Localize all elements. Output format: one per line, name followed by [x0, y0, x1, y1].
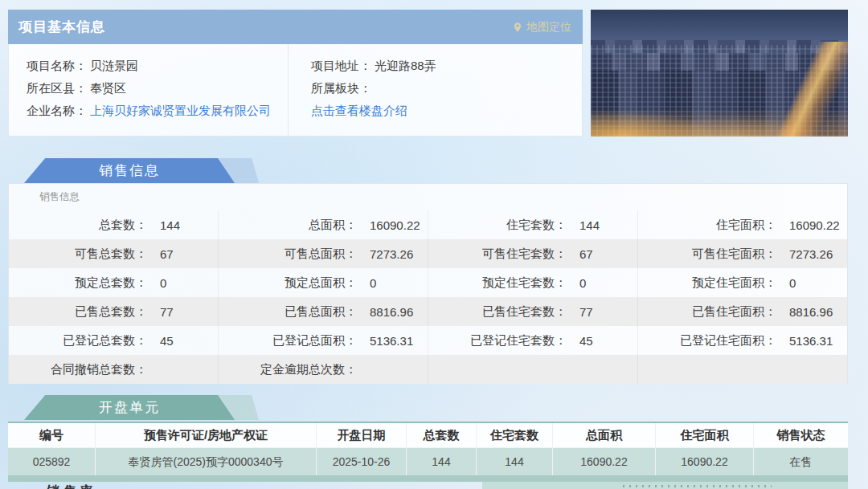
col-header-date: 开盘日期 [316, 423, 406, 447]
sales-field: 定金逾期总次数： [218, 355, 428, 384]
cell-resarea: 16090.22 [655, 448, 753, 475]
opening-tab-label: 开盘单元 [99, 398, 160, 417]
sales-field: 可售总套数：67 [9, 239, 218, 268]
project-photo [591, 10, 848, 137]
sales-info-tab[interactable]: 销售信息 [24, 158, 259, 183]
project-name-value: 贝涟景园 [90, 59, 138, 74]
sales-field: 可售住宅套数：67 [428, 239, 637, 268]
sales-row-totals: 总套数：144 总面积：16090.22 住宅套数：144 住宅面积：16090… [9, 210, 847, 239]
sales-field: 已登记住宅套数：45 [428, 326, 637, 355]
company-label: 企业名称： [27, 104, 87, 119]
sales-field: 住宅套数：144 [428, 210, 637, 239]
sales-row-registered: 已登记总套数：45 已登记总面积：5136.31 已登记住宅套数：45 已登记住… [9, 326, 847, 355]
status-badge: 在售 [753, 448, 848, 475]
company-row: 企业名称： 上海贝好家诚贤置业发展有限公司 [27, 100, 288, 122]
sales-field [637, 355, 847, 384]
sales-field: 预定住宅面积：0 [637, 268, 847, 297]
block-row: 所属板块： [311, 77, 582, 100]
cell-date: 2025-10-26 [316, 448, 406, 475]
sales-tab-face: 销售信息 [24, 158, 235, 183]
sales-field: 预定总面积：0 [218, 268, 428, 297]
project-info-left-column: 项目名称： 贝涟景园 所在区县： 奉贤区 企业名称： 上海贝好家诚贤置业发展有限… [9, 44, 289, 136]
sales-info-panel: 销售信息 总套数：144 总面积：16090.22 住宅套数：144 住宅面积：… [8, 183, 848, 384]
sales-field: 已登记总面积：5136.31 [218, 326, 428, 355]
sales-field: 总面积：16090.22 [218, 210, 428, 239]
sales-field: 预定总套数：0 [9, 268, 218, 297]
sales-field: 已售总面积：8816.96 [218, 297, 428, 326]
view-intro-link[interactable]: 点击查看楼盘介绍 [311, 104, 407, 119]
cell-area: 16090.22 [552, 448, 655, 475]
sales-field: 已售住宅套数：77 [428, 297, 637, 326]
project-info-right-column: 项目地址： 光迎路88弄 所属板块： 点击查看楼盘介绍 [289, 44, 582, 136]
sales-row-cancelled: 合同撤销总套数： 定金逾期总次数： [9, 355, 847, 384]
sales-row-reserved: 预定总套数：0 预定总面积：0 预定住宅套数：0 预定住宅面积：0 [9, 268, 847, 297]
col-header-license: 预售许可证/房地产权证 [95, 423, 316, 447]
address-value: 光迎路88弄 [375, 59, 436, 74]
col-header-resunits: 住宅套数 [476, 423, 552, 447]
sales-row-available: 可售总套数：67 可售总面积：7273.26 可售住宅套数：67 可售住宅面积：… [9, 239, 847, 268]
map-locate-link[interactable]: 地图定位 [512, 20, 583, 35]
opening-units-table: 编号 预售许可证/房地产权证 开盘日期 总套数 住宅套数 总面积 住宅面积 销售… [8, 422, 848, 475]
sales-field: 总套数：144 [9, 210, 218, 239]
sales-field: 已售住宅面积：8816.96 [637, 297, 847, 326]
photo-street-glow [591, 96, 848, 137]
col-header-number: 编号 [8, 428, 95, 443]
intro-row: 点击查看楼盘介绍 [311, 100, 582, 122]
page: 项目基本信息 地图定位 项目名称： 贝涟景园 所在区县： 奉贤区 企业名称： 上… [0, 0, 868, 489]
sales-tab-label: 销售信息 [99, 161, 160, 180]
address-row: 项目地址： 光迎路88弄 [311, 55, 582, 77]
col-header-units: 总套数 [406, 423, 476, 447]
opening-table-row[interactable]: 025892 奉贤房管(2025)预字0000340号 2025-10-26 1… [8, 447, 848, 475]
company-link[interactable]: 上海贝好家诚贤置业发展有限公司 [90, 104, 271, 119]
sales-field: 已登记住宅面积：5136.31 [637, 326, 847, 355]
sales-field [428, 355, 637, 384]
district-label: 所在区县： [27, 81, 87, 96]
district-value: 奉贤区 [90, 81, 126, 96]
project-info-body: 项目名称： 贝涟景园 所在区县： 奉贤区 企业名称： 上海贝好家诚贤置业发展有限… [8, 44, 583, 137]
cell-license: 奉贤房管(2025)预字0000340号 [95, 448, 316, 475]
sales-field: 已登记总套数：45 [9, 326, 218, 355]
map-locate-label: 地图定位 [526, 20, 571, 35]
sales-field: 可售住宅面积：7273.26 [637, 239, 847, 268]
opening-table-footer-note [482, 482, 848, 489]
project-name-row: 项目名称： 贝涟景园 [27, 55, 288, 77]
cell-resunits: 144 [476, 448, 552, 475]
sales-field: 住宅面积：16090.22 [637, 210, 847, 239]
project-info-title: 项目基本信息 [8, 18, 105, 36]
cell-number: 025892 [8, 455, 95, 468]
address-label: 项目地址： [311, 59, 371, 74]
col-header-status: 销售状态 [753, 423, 848, 447]
sales-field: 可售总面积：7273.26 [218, 239, 428, 268]
sales-field: 预定住宅套数：0 [428, 268, 637, 297]
opening-table-header: 编号 预售许可证/房地产权证 开盘日期 总套数 住宅套数 总面积 住宅面积 销售… [8, 423, 848, 447]
block-label: 所属板块： [311, 81, 371, 96]
sales-field: 已售总套数：77 [9, 297, 218, 326]
opening-tab-face: 开盘单元 [24, 395, 235, 420]
col-header-area: 总面积 [552, 423, 655, 447]
sales-field: 合同撤销总套数： [9, 355, 218, 384]
project-info-panel: 项目基本信息 地图定位 项目名称： 贝涟景园 所在区县： 奉贤区 企业名称： 上… [8, 10, 583, 137]
sales-panel-sublabel: 销售信息 [9, 184, 847, 210]
sales-row-sold: 已售总套数：77 已售总面积：8816.96 已售住宅套数：77 已售住宅面积：… [9, 297, 847, 326]
footer-faint-text [623, 485, 772, 487]
cell-units: 144 [406, 448, 476, 475]
next-section-title-clipped: 销售率 [47, 483, 97, 489]
district-row: 所在区县： 奉贤区 [27, 77, 288, 100]
opening-table-footer-strip [8, 475, 848, 482]
opening-units-tab[interactable]: 开盘单元 [24, 395, 259, 420]
project-info-header: 项目基本信息 地图定位 [8, 10, 583, 44]
location-pin-icon [512, 22, 523, 33]
col-header-resarea: 住宅面积 [655, 423, 753, 447]
project-name-label: 项目名称： [27, 59, 87, 74]
